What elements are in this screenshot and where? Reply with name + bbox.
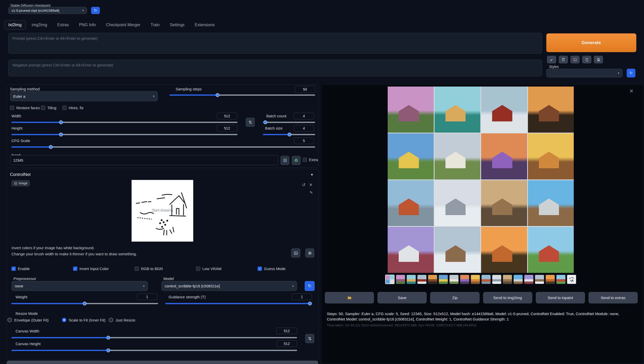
gallery-thumbnail[interactable] bbox=[567, 275, 576, 284]
clear-canvas-icon[interactable]: ✕ bbox=[309, 183, 313, 187]
gallery-thumbnail[interactable] bbox=[385, 275, 395, 284]
tab-settings[interactable]: Settings bbox=[165, 20, 189, 30]
tab-extensions[interactable]: Extensions bbox=[190, 20, 219, 30]
preprocessor-dropdown[interactable]: none ▾ bbox=[11, 281, 148, 291]
tab-png-info[interactable]: PNG Info bbox=[75, 20, 100, 30]
rgb-to-bgr-checkbox[interactable]: RGB to BGR bbox=[135, 267, 163, 271]
canvas-width-value[interactable]: 512 bbox=[276, 328, 297, 334]
controlnet-title[interactable]: ControlNet bbox=[10, 172, 31, 177]
width-value[interactable]: 512 bbox=[217, 113, 237, 119]
model-dropdown[interactable]: control_scribble-fp16 [c508311e] ▾ bbox=[161, 281, 297, 291]
tab-txt2img[interactable]: txt2img bbox=[4, 20, 26, 30]
gallery-thumbnail[interactable] bbox=[428, 275, 437, 284]
gallery-thumbnail[interactable] bbox=[449, 275, 459, 284]
canvas-height-slider[interactable] bbox=[11, 348, 297, 352]
styles-dropdown[interactable]: ▾ bbox=[546, 69, 623, 77]
styles-refresh-button[interactable]: ↻ bbox=[627, 69, 635, 77]
gallery-image[interactable] bbox=[481, 180, 527, 226]
gallery-grid[interactable] bbox=[388, 87, 574, 273]
gallery-image[interactable] bbox=[481, 87, 527, 133]
gallery-image[interactable] bbox=[435, 227, 481, 273]
invert-input-color-checkbox[interactable]: Invert Input Color bbox=[73, 267, 109, 271]
batch-size-slider[interactable] bbox=[263, 133, 315, 136]
swap-width-height-button[interactable]: ⇅ bbox=[246, 118, 255, 127]
height-value[interactable]: 512 bbox=[217, 125, 237, 132]
canvas-height-value[interactable]: 512 bbox=[276, 340, 297, 347]
weight-slider[interactable] bbox=[11, 302, 158, 305]
guidance-strength-value[interactable]: 1 bbox=[292, 293, 312, 300]
cfg-scale-value[interactable]: 5 bbox=[294, 137, 314, 144]
gallery-thumbnail[interactable] bbox=[481, 275, 491, 284]
brush-settings-button[interactable] bbox=[305, 248, 314, 258]
script-section-bar[interactable] bbox=[7, 361, 318, 364]
clear-prompt-button[interactable] bbox=[559, 56, 568, 63]
swap-canvas-size-button[interactable]: ⇅ bbox=[305, 334, 314, 343]
low-vram-checkbox[interactable]: Low VRAM bbox=[196, 267, 221, 271]
controlnet-enable-checkbox[interactable]: Enable bbox=[11, 267, 30, 271]
batch-size-value[interactable]: 4 bbox=[294, 125, 314, 132]
gallery-thumbnail[interactable] bbox=[556, 275, 566, 284]
send-to-img2img-button[interactable]: Send to img2img bbox=[483, 292, 532, 303]
gallery-thumbnail[interactable] bbox=[513, 275, 523, 284]
gallery-thumbnail[interactable] bbox=[460, 275, 469, 284]
gallery-image[interactable] bbox=[481, 133, 527, 179]
gallery-thumbnail[interactable] bbox=[417, 275, 427, 284]
copy-style-button[interactable] bbox=[582, 56, 591, 63]
sampling-steps-value[interactable]: 50 bbox=[295, 86, 315, 93]
gallery-thumbnail[interactable] bbox=[524, 275, 534, 284]
gallery-thumbnail[interactable] bbox=[492, 275, 501, 284]
gallery-thumbnail[interactable] bbox=[545, 275, 555, 284]
guess-mode-checkbox[interactable]: Guess Mode bbox=[258, 267, 286, 271]
width-slider[interactable] bbox=[11, 120, 237, 124]
save-button[interactable]: Save bbox=[377, 292, 427, 303]
generate-button[interactable]: Generate bbox=[546, 33, 636, 52]
undo-icon[interactable]: ↺ bbox=[302, 183, 305, 187]
brush-icon[interactable]: ✎ bbox=[310, 191, 313, 195]
resize-envelope-radio[interactable]: Envelope (Outer Fit) bbox=[7, 318, 49, 322]
gallery-image[interactable] bbox=[388, 227, 434, 273]
save-style-button[interactable] bbox=[594, 56, 603, 63]
gallery-image[interactable] bbox=[481, 227, 527, 273]
seed-input[interactable]: 12345 bbox=[10, 155, 278, 165]
send-to-inpaint-button[interactable]: Send to inpaint bbox=[536, 292, 585, 303]
prompt-input[interactable] bbox=[8, 33, 542, 54]
gallery-image[interactable] bbox=[435, 180, 481, 226]
apply-style-button[interactable] bbox=[570, 56, 580, 63]
random-seed-button[interactable] bbox=[281, 156, 289, 165]
upload-image-button[interactable] bbox=[291, 248, 300, 258]
gallery-image[interactable] bbox=[435, 133, 481, 179]
gallery-thumbnail[interactable] bbox=[396, 275, 405, 284]
gallery-thumbnail[interactable] bbox=[439, 275, 448, 284]
guidance-strength-slider[interactable] bbox=[165, 302, 312, 305]
gallery-thumbnail[interactable] bbox=[407, 275, 416, 284]
tab-checkpoint-merger[interactable]: Checkpoint Merger bbox=[102, 20, 145, 30]
tab-extras[interactable]: Extras bbox=[53, 20, 73, 30]
tiling-checkbox[interactable]: Tiling bbox=[41, 106, 56, 110]
gallery-image[interactable] bbox=[528, 180, 574, 226]
reuse-seed-button[interactable]: ♻ bbox=[292, 156, 301, 165]
batch-count-value[interactable]: 4 bbox=[294, 113, 314, 119]
gallery-image[interactable] bbox=[528, 227, 574, 273]
sampling-steps-slider[interactable] bbox=[170, 93, 315, 97]
gallery-image[interactable] bbox=[388, 180, 434, 226]
gallery-image[interactable] bbox=[528, 87, 574, 133]
gallery-thumbnail[interactable] bbox=[471, 275, 480, 284]
restore-faces-checkbox[interactable]: Restore faces bbox=[10, 106, 40, 110]
controlnet-image-tab[interactable]: Image bbox=[11, 180, 30, 186]
hires-fix-checkbox[interactable]: Hires. fix bbox=[62, 106, 83, 110]
sampling-method-dropdown[interactable]: Euler a ▾ bbox=[10, 91, 158, 101]
negative-prompt-input[interactable] bbox=[8, 60, 542, 76]
send-to-extras-button[interactable]: Send to extras bbox=[589, 292, 638, 303]
model-refresh-button[interactable]: ↻ bbox=[305, 281, 315, 291]
paste-params-button[interactable]: ↙ bbox=[547, 56, 556, 63]
controlnet-canvas[interactable]: Start drawing bbox=[132, 180, 193, 242]
checkpoint-refresh-button[interactable]: ↻ bbox=[91, 7, 100, 14]
resize-just-resize-radio[interactable]: Just Resize bbox=[109, 318, 135, 322]
gallery-thumbnail[interactable] bbox=[535, 275, 544, 284]
gallery-image[interactable] bbox=[388, 133, 434, 179]
tab-img2img[interactable]: img2img bbox=[27, 20, 51, 30]
gallery-image[interactable] bbox=[528, 133, 574, 179]
resize-scale-to-fit-radio[interactable]: Scale to Fit (Inner Fit) bbox=[62, 318, 105, 322]
batch-count-slider[interactable] bbox=[263, 120, 315, 124]
cfg-scale-slider[interactable] bbox=[11, 145, 315, 149]
